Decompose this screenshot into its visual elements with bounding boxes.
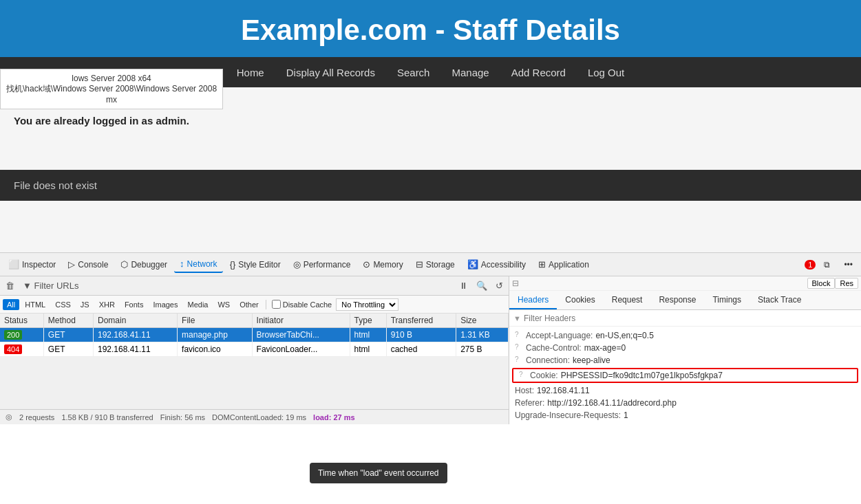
header-item: ?Cache-Control: max-age=0 [509, 342, 861, 354]
memory-icon: ⊙ [363, 259, 370, 270]
network-table: Status Method Domain File Initiator Type… [0, 314, 509, 357]
debugger-label: Debugger [131, 260, 167, 270]
col-method: Method [43, 314, 93, 328]
throttle-select[interactable]: No Throttling [336, 298, 398, 311]
nav-item-addrecord[interactable]: Add Record [500, 58, 577, 87]
nav-item-display[interactable]: Display All Records [275, 58, 386, 87]
header-item: Host: 192.168.41.11 [509, 384, 861, 397]
col-file: File [178, 314, 252, 328]
filter-fonts[interactable]: Fonts [120, 299, 148, 310]
devtools-btn-inspector[interactable]: ⬜ Inspector [3, 256, 61, 272]
logged-in-message: You are already logged in as admin. [14, 115, 847, 127]
devtools-panel: ⬜ Inspector ▷ Console ⬡ Debugger ↕ Netwo… [0, 252, 861, 424]
devtools-btn-accessibility[interactable]: ♿ Accessibility [462, 256, 531, 272]
nav-item-manage[interactable]: Manage [440, 58, 500, 87]
filter-images[interactable]: Images [149, 299, 182, 310]
filter-type-sep [266, 300, 266, 309]
filter-xhr[interactable]: XHR [95, 299, 119, 310]
devtools-body: 🗑 ▼ Filter URLs ⏸ 🔍 ↺ All HTML CSS JS XH… [0, 276, 861, 424]
devtools-btn-network[interactable]: ↕ Network [174, 256, 223, 273]
inspector-icon: ⬜ [8, 259, 19, 270]
res-btn[interactable]: Res [835, 278, 858, 289]
headers-list: ?Accept-Language: en-US,en;q=0.5?Cache-C… [509, 327, 861, 424]
headers-filter-input[interactable] [524, 314, 857, 323]
tab-cookies[interactable]: Cookies [557, 291, 603, 309]
tooltip-line1: lows Server 2008 x64 [6, 74, 217, 83]
clear-network-btn[interactable]: 🗑 [3, 279, 17, 292]
tab-stack-trace[interactable]: Stack Trace [750, 291, 809, 309]
disable-cache-text: Disable Cache [283, 300, 332, 309]
header-item: Upgrade-Insecure-Requests: 1 [509, 409, 861, 421]
reload-btn[interactable]: ↺ [493, 279, 506, 292]
empty-content-area [0, 201, 861, 252]
filter-other[interactable]: Other [235, 299, 263, 310]
devtools-btn-debugger[interactable]: ⬡ Debugger [115, 256, 173, 272]
header-item: User-Agent: Mozilla/5.0 (X11; Linux x86_… [509, 421, 861, 424]
block-btn[interactable]: Block [807, 278, 836, 289]
application-label: Application [549, 260, 589, 270]
filter-toggle-btn[interactable]: ▼ Filter URLs [20, 279, 82, 292]
filter-type-bar: All HTML CSS JS XHR Fonts Images Media W… [0, 296, 509, 314]
table-row[interactable]: 200GET192.168.41.11manage.phpBrowserTabC… [0, 328, 509, 342]
finish-time: Finish: 56 ms [160, 413, 205, 421]
header-item: Referer: http://192.168.41.11/addrecord.… [509, 397, 861, 409]
header-item: ?Connection: keep-alive [509, 354, 861, 366]
transferred-size: 1.58 KB / 910 B transferred [61, 413, 153, 421]
filter-js[interactable]: JS [76, 299, 94, 310]
devtools-more-btn[interactable]: ••• [838, 257, 858, 272]
col-transferred: Transferred [386, 314, 456, 328]
performance-icon: ◎ [293, 259, 301, 270]
network-table-container: Status Method Domain File Initiator Type… [0, 314, 509, 409]
domcontentloaded-time: DOMContentLoaded: 19 ms [212, 413, 306, 421]
network-filter-bar: 🗑 ▼ Filter URLs ⏸ 🔍 ↺ [0, 276, 509, 296]
network-table-header-row: Status Method Domain File Initiator Type… [0, 314, 509, 328]
col-type: Type [350, 314, 386, 328]
nav-item-home[interactable]: Home [226, 58, 275, 87]
filter-media[interactable]: Media [183, 299, 212, 310]
header-item: ?Cookie: PHPSESSID=fko9dtc1m07ge1lkpo5sf… [512, 368, 858, 383]
tab-request[interactable]: Request [604, 291, 651, 309]
tooltip-line3: mx [6, 95, 217, 105]
accessibility-icon: ♿ [467, 259, 478, 270]
devtools-btn-style-editor[interactable]: {} Style Editor [224, 256, 286, 272]
filter-ws[interactable]: WS [213, 299, 234, 310]
col-status: Status [0, 314, 43, 328]
devtools-btn-console[interactable]: ▷ Console [63, 256, 114, 272]
accessibility-label: Accessibility [481, 260, 526, 270]
load-time: load: 27 ms [313, 413, 355, 421]
table-row[interactable]: 404GET192.168.41.11favicon.icoFaviconLoa… [0, 342, 509, 357]
error-badge: 1 [805, 260, 816, 270]
disable-cache-checkbox[interactable] [272, 300, 281, 309]
filter-html[interactable]: HTML [21, 299, 50, 310]
devtools-popout-btn[interactable]: ⧉ [818, 257, 836, 272]
storage-label: Storage [426, 260, 455, 270]
right-panel-icon: ⊟ [512, 278, 519, 288]
application-icon: ⊞ [538, 259, 546, 270]
network-left-panel: 🗑 ▼ Filter URLs ⏸ 🔍 ↺ All HTML CSS JS XH… [0, 276, 509, 424]
search-btn[interactable]: 🔍 [474, 279, 490, 292]
tooltip-line2: 找机\hack域\Windows Server 2008\Windows Ser… [6, 83, 217, 95]
filter-css[interactable]: CSS [51, 299, 75, 310]
disable-cache-label[interactable]: Disable Cache [272, 300, 332, 309]
devtools-btn-memory[interactable]: ⊙ Memory [357, 256, 408, 272]
col-size: Size [456, 314, 509, 328]
nav-item-logout[interactable]: Log Out [577, 58, 635, 87]
tab-timings[interactable]: Timings [704, 291, 750, 309]
pause-btn[interactable]: ⏸ [456, 279, 471, 292]
file-not-exist-bar: File does not exist [0, 170, 861, 201]
devtools-btn-storage[interactable]: ⊟ Storage [410, 256, 460, 272]
page-title: Example.com - Staff Details [0, 14, 861, 47]
devtools-right-actions: 1 ⧉ ••• [805, 257, 858, 272]
network-table-body: 200GET192.168.41.11manage.phpBrowserTabC… [0, 328, 509, 357]
tab-headers[interactable]: Headers [509, 291, 557, 309]
filter-all[interactable]: All [3, 299, 19, 310]
tooltip-popup: lows Server 2008 x64 找机\hack域\Windows Se… [0, 69, 223, 109]
tab-response[interactable]: Response [650, 291, 704, 309]
nav-item-search[interactable]: Search [386, 58, 441, 87]
performance-label: Performance [304, 260, 351, 270]
page-header: Example.com - Staff Details lows Server … [0, 0, 861, 57]
devtools-btn-application[interactable]: ⊞ Application [533, 256, 595, 272]
devtools-btn-performance[interactable]: ◎ Performance [288, 256, 357, 272]
debugger-icon: ⬡ [120, 259, 128, 270]
col-domain: Domain [93, 314, 177, 328]
